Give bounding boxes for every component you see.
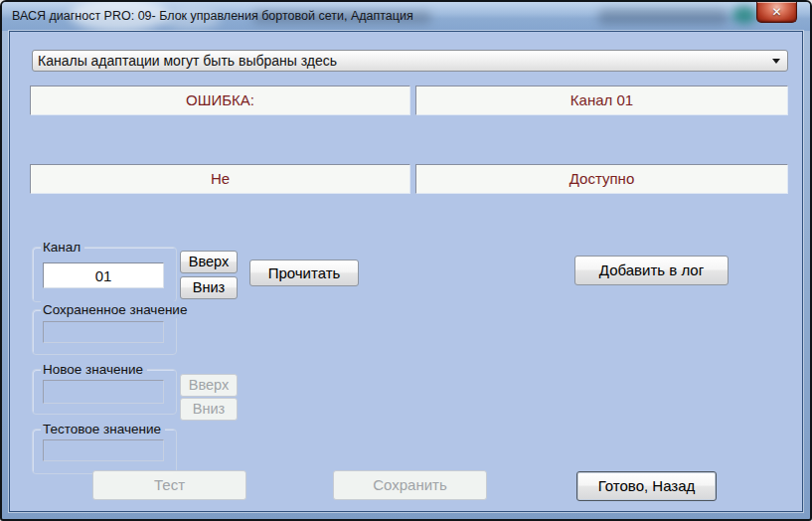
stored-value-label: Сохраненное значение xyxy=(41,301,191,318)
save-button: Сохранить xyxy=(333,470,487,500)
window-title: ВАСЯ диагност PRO: 09- Блок управления б… xyxy=(12,2,413,31)
new-value-label: Новое значение xyxy=(41,361,147,378)
close-icon: ✕ xyxy=(771,5,781,19)
status-panel-error: ОШИБКА: xyxy=(30,86,410,115)
done-back-button[interactable]: Готово, Назад xyxy=(576,471,717,501)
adaptation-channel-dropdown[interactable]: Каналы адаптации могут быть выбраны здес… xyxy=(32,50,788,72)
titlebar-glass-reflection xyxy=(732,6,756,24)
stored-value-input xyxy=(43,321,164,343)
read-button[interactable]: Прочитать xyxy=(249,260,359,286)
add-to-log-button[interactable]: Добавить в лог xyxy=(574,256,729,285)
status-panel-channel: Канал 01 xyxy=(415,86,788,115)
channel-group-label: Канал xyxy=(41,239,84,256)
test-value-input xyxy=(43,439,164,461)
new-value-input xyxy=(43,380,164,404)
dropdown-selected-value: Каналы адаптации могут быть выбраны здес… xyxy=(38,51,337,71)
test-button: Тест xyxy=(92,470,246,500)
app-window: ВАСЯ диагност PRO: 09- Блок управления б… xyxy=(0,0,812,521)
client-area: Каналы адаптации могут быть выбраны здес… xyxy=(9,31,803,512)
new-value-up-button: Вверх xyxy=(180,374,238,397)
channel-number-input[interactable] xyxy=(43,262,164,288)
close-button[interactable]: ✕ xyxy=(756,2,797,23)
status-panel-value-left: Не xyxy=(30,164,410,194)
chevron-down-icon xyxy=(772,59,780,64)
channel-down-button[interactable]: Вниз xyxy=(180,276,238,299)
status-panel-value-right: Доступно xyxy=(415,164,788,194)
title-bar[interactable]: ВАСЯ диагност PRO: 09- Блок управления б… xyxy=(2,2,810,31)
test-value-label: Тестовое значение xyxy=(41,421,165,437)
channel-up-button[interactable]: Вверх xyxy=(180,251,238,273)
new-value-down-button: Вниз xyxy=(180,398,238,421)
titlebar-glass-reflection xyxy=(598,9,728,25)
